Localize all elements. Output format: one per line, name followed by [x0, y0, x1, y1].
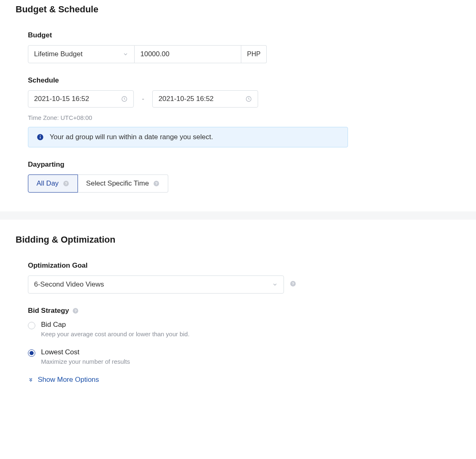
optimization-goal-select[interactable]: 6-Second Video Views	[28, 275, 284, 294]
lowest-cost-radio[interactable]: Lowest Cost Maximize your number of resu…	[28, 348, 460, 365]
help-icon: ?	[153, 180, 160, 187]
schedule-end-value: 2021-10-25 16:52	[158, 95, 213, 103]
bid-cap-title: Bid Cap	[41, 321, 190, 329]
lowest-cost-desc: Maximize your number of results	[41, 358, 130, 365]
optimization-goal-label: Optimization Goal	[28, 262, 460, 270]
help-icon: ?	[290, 280, 296, 287]
dayparting-toggle-group: All Day ? Select Specific Time ?	[28, 174, 460, 193]
dayparting-all-day-label: All Day	[37, 179, 59, 188]
bid-strategy-field: Bid Strategy ? Bid Cap Keep your average…	[28, 307, 460, 384]
bidding-title: Bidding & Optimization	[16, 234, 460, 245]
budget-schedule-title: Budget & Schedule	[16, 4, 460, 15]
schedule-info-banner: Your ad group will run within a date ran…	[28, 127, 348, 147]
section-divider	[0, 211, 476, 220]
bid-cap-radio[interactable]: Bid Cap Keep your average cost around or…	[28, 321, 460, 337]
dayparting-field: Dayparting All Day ? Select Specific Tim…	[28, 161, 460, 193]
budget-currency: PHP	[241, 45, 267, 63]
bid-strategy-label: Bid Strategy ?	[28, 307, 460, 315]
optimization-goal-help[interactable]: ?	[290, 280, 296, 289]
bid-cap-desc: Keep your average cost around or lower t…	[41, 330, 190, 337]
clock-icon	[121, 96, 128, 102]
schedule-field: Schedule 2021-10-15 16:52 - 2021-10-25 1…	[28, 76, 460, 147]
budget-type-select[interactable]: Lifetime Budget	[28, 45, 135, 63]
schedule-start-value: 2021-10-15 16:52	[34, 95, 89, 103]
budget-amount-input[interactable]	[135, 45, 241, 63]
schedule-end-input[interactable]: 2021-10-25 16:52	[152, 90, 258, 108]
svg-point-4	[40, 135, 41, 136]
lowest-cost-title: Lowest Cost	[41, 348, 130, 356]
help-icon[interactable]: ?	[72, 308, 79, 314]
date-separator: -	[142, 95, 144, 103]
radio-icon	[28, 349, 35, 357]
budget-schedule-section: Budget & Schedule Budget Lifetime Budget…	[0, 0, 476, 211]
show-more-options-link[interactable]: Show More Options	[28, 376, 460, 384]
dayparting-label: Dayparting	[28, 161, 460, 169]
svg-text:?: ?	[292, 282, 294, 286]
bidding-optimization-section: Bidding & Optimization Optimization Goal…	[0, 220, 476, 412]
budget-label: Budget	[28, 31, 460, 39]
svg-text:?: ?	[74, 309, 77, 313]
optimization-goal-value: 6-Second Video Views	[34, 280, 104, 289]
schedule-info-text: Your ad group will run within a date ran…	[50, 133, 213, 141]
budget-type-value: Lifetime Budget	[34, 50, 82, 58]
radio-icon	[28, 322, 35, 329]
chevron-down-icon	[272, 282, 278, 287]
chevron-down-icon	[123, 51, 128, 57]
help-icon: ?	[63, 180, 69, 187]
dayparting-specific-time-label: Select Specific Time	[86, 179, 149, 188]
double-chevron-down-icon	[28, 377, 34, 383]
svg-rect-3	[40, 137, 41, 139]
budget-field: Budget Lifetime Budget PHP	[28, 31, 460, 63]
dayparting-all-day-button[interactable]: All Day ?	[28, 174, 78, 193]
optimization-goal-field: Optimization Goal 6-Second Video Views ?	[28, 262, 460, 294]
schedule-timezone: Time Zone: UTC+08:00	[28, 114, 460, 121]
clock-icon	[245, 96, 252, 102]
schedule-label: Schedule	[28, 76, 460, 85]
info-icon	[37, 133, 44, 141]
schedule-start-input[interactable]: 2021-10-15 16:52	[28, 90, 134, 108]
show-more-label: Show More Options	[38, 376, 99, 384]
dayparting-specific-time-button[interactable]: Select Specific Time ?	[78, 174, 168, 193]
svg-text:?: ?	[155, 181, 158, 186]
svg-text:?: ?	[65, 181, 67, 186]
bid-strategy-label-text: Bid Strategy	[28, 307, 69, 315]
